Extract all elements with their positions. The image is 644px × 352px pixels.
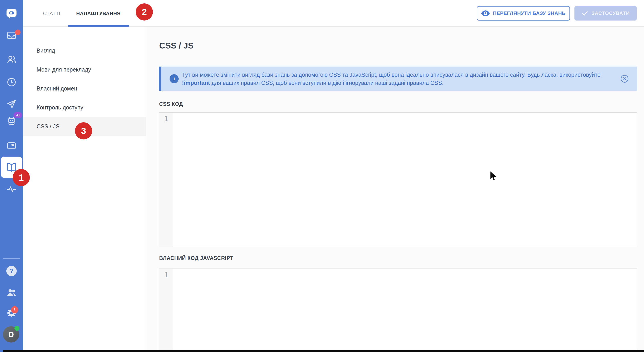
js-code-label: ВЛАСНИЙ КОД JAVASCRIPT bbox=[159, 255, 234, 261]
css-editor-gutter: 1 bbox=[159, 113, 173, 247]
online-status-dot bbox=[14, 326, 20, 331]
inbox-unread-dot bbox=[15, 29, 20, 35]
settings-alert-badge: ! bbox=[11, 306, 18, 314]
tab-articles[interactable]: СТАТТІ bbox=[43, 10, 60, 16]
page-title: CSS / JS bbox=[159, 41, 194, 50]
eye-icon bbox=[481, 10, 490, 16]
chat-logo-icon bbox=[6, 8, 18, 20]
app-logo-icon[interactable] bbox=[0, 8, 23, 20]
ai-badge: AI bbox=[14, 112, 22, 118]
info-banner: i Тут ви можете змінити вигляд бази знан… bbox=[159, 66, 637, 91]
apply-button[interactable]: ЗАСТОСУВАТИ bbox=[574, 6, 637, 20]
menu-item-custom-domain[interactable]: Власний домен bbox=[23, 79, 146, 98]
css-code-input[interactable] bbox=[173, 113, 637, 247]
bottom-edge-bar bbox=[3, 350, 644, 352]
help-icon[interactable]: ? bbox=[0, 266, 23, 276]
sidebar-divider bbox=[3, 258, 20, 259]
js-editor-gutter: 1 bbox=[159, 269, 173, 350]
preview-button-label: ПЕРЕГЛЯНУТИ БАЗУ ЗНАНЬ bbox=[493, 10, 566, 16]
menu-item-appearance[interactable]: Вигляд bbox=[23, 41, 146, 60]
board-icon[interactable] bbox=[0, 140, 23, 151]
app-window: AI ? bbox=[0, 0, 644, 352]
js-code-input[interactable] bbox=[173, 269, 637, 350]
active-tab-underline bbox=[68, 25, 129, 27]
info-banner-text: Тут ви можете змінити вигляд бази знань … bbox=[182, 71, 603, 87]
campaigns-send-icon[interactable] bbox=[0, 99, 23, 109]
settings-submenu: Вигляд Мови для перекладу Власний домен … bbox=[23, 27, 146, 352]
css-code-editor: 1 bbox=[159, 112, 637, 247]
info-icon: i bbox=[170, 74, 178, 83]
banner-close-icon[interactable] bbox=[620, 74, 629, 83]
team-icon[interactable] bbox=[0, 287, 23, 298]
checkmark-icon bbox=[582, 10, 588, 17]
css-code-label: CSS КОД bbox=[159, 101, 183, 107]
menu-item-languages[interactable]: Мови для перекладу bbox=[23, 60, 146, 79]
preview-knowledge-base-button[interactable]: ПЕРЕГЛЯНУТИ БАЗУ ЗНАНЬ bbox=[477, 6, 570, 20]
annotation-badge-2: 2 bbox=[136, 3, 153, 20]
annotation-badge-1: 1 bbox=[13, 169, 30, 186]
apply-button-label: ЗАСТОСУВАТИ bbox=[592, 10, 630, 16]
menu-item-access-control[interactable]: Контроль доступу bbox=[23, 98, 146, 117]
js-line-number: 1 bbox=[164, 271, 168, 279]
annotation-badge-3: 3 bbox=[75, 122, 92, 139]
top-header: СТАТТІ НАЛАШТУВАННЯ ПЕРЕГЛЯНУТИ БАЗУ ЗНА… bbox=[23, 0, 644, 27]
js-code-editor: 1 bbox=[159, 269, 637, 350]
css-line-number: 1 bbox=[164, 115, 168, 123]
tab-settings[interactable]: НАЛАШТУВАННЯ bbox=[76, 10, 121, 16]
history-clock-icon[interactable] bbox=[0, 77, 23, 87]
contacts-icon[interactable] bbox=[0, 54, 23, 65]
